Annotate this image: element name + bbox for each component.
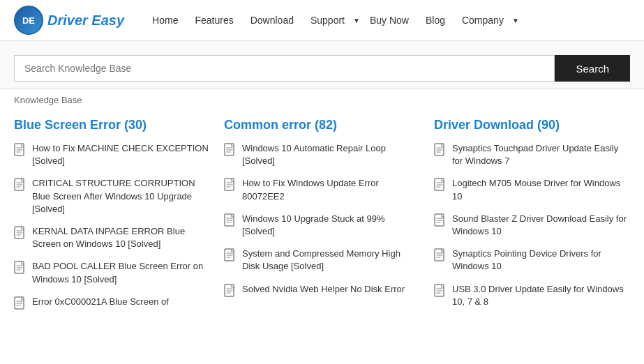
support-arrow-icon: ▼ [353,17,360,24]
search-section: Search [0,41,644,89]
list-item: Windows 10 Automatic Repair Loop [Solved… [224,142,420,167]
nav-download[interactable]: Download [244,10,301,30]
doc-icon [14,226,27,240]
doc-icon [434,143,447,157]
column-driver-download: Driver Download (90) Synaptics Touchpad … [434,118,630,320]
article-link[interactable]: Solved Nvidia Web Helper No Disk Error [242,283,405,296]
nav-home[interactable]: Home [145,10,185,30]
breadcrumb-text: Knowledge Base [14,95,82,105]
article-link[interactable]: Error 0xC000021A Blue Screen of [32,296,169,308]
column-common-error: Common error (82) Windows 10 Automatic R… [224,118,420,320]
list-item: Synaptics Touchpad Driver Update Easily … [434,142,630,167]
logo-text: Driver Easy [47,13,124,29]
article-link[interactable]: KERNAL DATA INPAGE ERROR Blue Screen on … [32,225,210,250]
nav-blog[interactable]: Blog [419,10,452,30]
doc-icon [224,213,237,227]
article-link[interactable]: BAD POOL CALLER Blue Screen Error on Win… [32,260,210,285]
article-link[interactable]: Synaptics Touchpad Driver Update Easily … [452,142,630,167]
article-link[interactable]: Synaptics Pointing Device Drivers for Wi… [452,248,630,273]
list-item: Windows 10 Upgrade Stuck at 99% [Solved] [224,213,420,238]
nav-company[interactable]: Company [455,10,511,30]
doc-icon [224,143,237,157]
header: DE Driver Easy Home Features Download Su… [0,0,644,41]
logo[interactable]: DE Driver Easy [14,6,124,35]
main-nav: Home Features Download Support▼ Buy Now … [145,10,519,30]
article-link[interactable]: Windows 10 Upgrade Stuck at 99% [Solved] [242,213,420,238]
doc-icon [224,248,237,262]
common-error-list: Windows 10 Automatic Repair Loop [Solved… [224,142,420,298]
list-item: How to Fix Windows Update Error 80072EE2 [224,177,420,202]
doc-icon [224,284,237,298]
driver-download-list: Synaptics Touchpad Driver Update Easily … [434,142,630,308]
article-link[interactable]: Windows 10 Automatic Repair Loop [Solved… [242,142,420,167]
breadcrumb: Knowledge Base [0,89,644,111]
list-item: KERNAL DATA INPAGE ERROR Blue Screen on … [14,225,210,250]
article-link[interactable]: USB 3.0 Driver Update Easily for Windows… [452,283,630,308]
blue-screen-list: How to Fix MACHINE CHECK EXCEPTION [Solv… [14,142,210,310]
doc-icon [224,178,237,192]
doc-icon [434,178,447,192]
nav-company-dropdown[interactable]: Company▼ [455,10,519,30]
nav-buynow[interactable]: Buy Now [363,10,416,30]
list-item: How to Fix MACHINE CHECK EXCEPTION [Solv… [14,142,210,167]
search-button[interactable]: Search [555,55,630,82]
article-link[interactable]: How to Fix Windows Update Error 80072EE2 [242,177,420,202]
logo-icon: DE [14,6,43,35]
nav-support-dropdown[interactable]: Support▼ [304,10,360,30]
doc-icon [434,213,447,227]
column-driver-download-title: Driver Download (90) [434,118,630,132]
doc-icon [434,284,447,298]
article-link[interactable]: Logitech M705 Mouse Driver for Windows 1… [452,177,630,202]
list-item: CRITICAL STRUCTURE CORRUPTION Blue Scree… [14,177,210,215]
search-container: Search [14,55,630,82]
column-blue-screen: Blue Screen Error (30) How to Fix MACHIN… [14,118,210,320]
column-blue-screen-title: Blue Screen Error (30) [14,118,210,132]
list-item: System and Compressed Memory High Disk U… [224,248,420,273]
list-item: Error 0xC000021A Blue Screen of [14,296,210,310]
article-link[interactable]: CRITICAL STRUCTURE CORRUPTION Blue Scree… [32,177,210,215]
list-item: Logitech M705 Mouse Driver for Windows 1… [434,177,630,202]
doc-icon [14,261,27,275]
list-item: BAD POOL CALLER Blue Screen Error on Win… [14,260,210,285]
doc-icon [14,178,27,192]
main-content: Blue Screen Error (30) How to Fix MACHIN… [0,111,644,334]
list-item: USB 3.0 Driver Update Easily for Windows… [434,283,630,308]
column-common-error-title: Common error (82) [224,118,420,132]
article-link[interactable]: How to Fix MACHINE CHECK EXCEPTION [Solv… [32,142,210,167]
nav-support[interactable]: Support [304,10,352,30]
article-link[interactable]: System and Compressed Memory High Disk U… [242,248,420,273]
doc-icon [14,296,27,310]
nav-features[interactable]: Features [188,10,240,30]
list-item: Synaptics Pointing Device Drivers for Wi… [434,248,630,273]
search-input[interactable] [14,55,555,82]
list-item: Solved Nvidia Web Helper No Disk Error [224,283,420,298]
list-item: Sound Blaster Z Driver Download Easily f… [434,213,630,238]
doc-icon [14,143,27,157]
doc-icon [434,248,447,262]
company-arrow-icon: ▼ [512,17,519,24]
article-link[interactable]: Sound Blaster Z Driver Download Easily f… [452,213,630,238]
